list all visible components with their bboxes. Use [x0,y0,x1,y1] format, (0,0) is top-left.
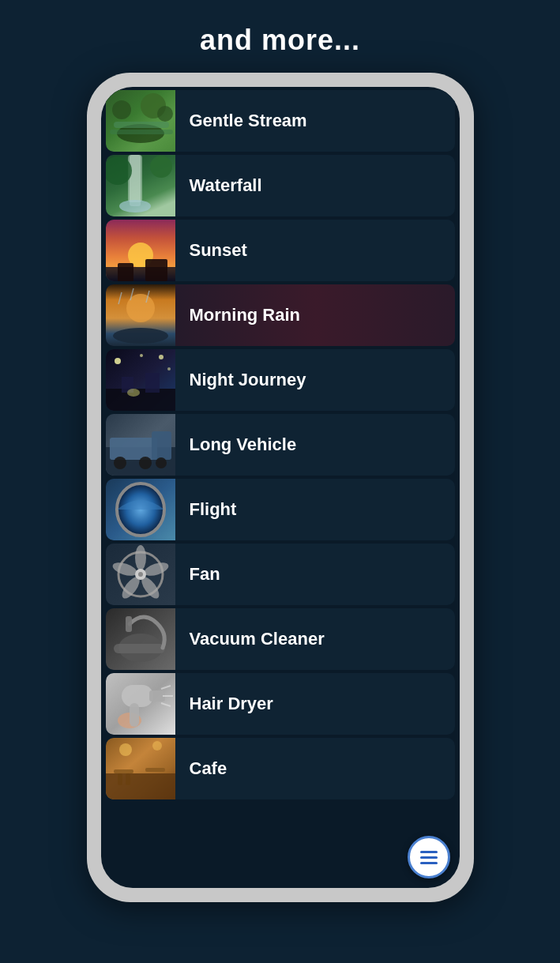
svg-rect-2 [114,122,169,128]
item-label-cafe: Cafe [175,758,455,779]
list-item[interactable]: Waterfall [106,155,455,216]
svg-rect-9 [130,155,141,206]
svg-point-37 [114,457,126,469]
item-thumbnail-night-journey [106,349,175,411]
item-thumbnail-flight [106,479,175,540]
list-item[interactable]: Fan [106,544,455,605]
svg-rect-69 [126,773,130,785]
svg-point-10 [119,200,151,213]
svg-rect-35 [110,438,157,460]
item-thumbnail-waterfall [106,155,175,216]
item-label-night-journey: Night Journey [175,370,455,390]
svg-point-28 [167,367,171,371]
svg-rect-29 [106,389,175,411]
item-thumbnail-gentle-stream [106,90,175,152]
item-label-gentle-stream: Gentle Stream [175,111,455,131]
item-label-vacuum-cleaner: Vacuum Cleaner [175,629,455,649]
svg-point-20 [113,328,168,344]
list-item[interactable]: Long Vehicle [106,414,455,476]
item-label-sunset: Sunset [175,240,455,261]
list-item[interactable]: Vacuum Cleaner [106,608,455,670]
menu-line-1 [420,851,438,853]
list-item[interactable]: Flight [106,479,455,540]
svg-rect-58 [122,685,153,707]
page-title: and more... [200,24,360,57]
item-label-fan: Fan [175,564,455,585]
list-item[interactable]: Sunset [106,220,455,281]
svg-point-25 [115,358,121,364]
fab-menu-button[interactable] [408,836,450,878]
list-item[interactable]: Cafe [106,738,455,799]
svg-point-39 [156,457,167,468]
svg-point-26 [159,355,163,359]
item-label-hair-dryer: Hair Dryer [175,694,455,714]
menu-line-2 [420,856,438,859]
item-label-long-vehicle: Long Vehicle [175,434,455,455]
svg-rect-68 [118,773,122,785]
svg-point-45 [135,545,146,570]
svg-rect-55 [126,616,132,632]
svg-rect-17 [145,259,167,281]
menu-line-3 [420,862,438,864]
item-thumbnail-long-vehicle [106,414,175,476]
svg-rect-36 [152,431,171,460]
svg-rect-31 [145,373,160,393]
svg-point-12 [150,156,172,178]
svg-rect-3 [110,130,173,134]
svg-rect-65 [106,773,175,799]
svg-rect-60 [130,703,139,727]
item-thumbnail-hair-dryer [106,673,175,735]
item-thumbnail-fan [106,544,175,605]
item-label-waterfall: Waterfall [175,175,455,196]
list-item[interactable]: Night Journey [106,349,455,411]
menu-icon [420,851,438,864]
svg-point-4 [112,100,131,119]
svg-rect-54 [114,644,165,653]
svg-rect-67 [145,768,165,772]
svg-point-38 [139,457,152,469]
svg-point-27 [140,354,143,357]
item-label-morning-rain: Morning Rain [175,305,455,325]
list-item[interactable]: Gentle Stream [106,90,455,152]
list-item[interactable]: Morning Rain [106,284,455,346]
svg-point-6 [157,106,173,122]
svg-point-71 [152,741,162,750]
phone-frame: Gentle Stream [87,73,474,902]
phone-screen-inner: Gentle Stream [101,87,460,888]
svg-rect-66 [114,769,133,773]
svg-point-51 [138,572,143,577]
svg-point-32 [127,389,140,397]
sound-list: Gentle Stream [101,87,460,888]
item-thumbnail-vacuum-cleaner [106,608,175,670]
svg-point-70 [119,743,132,756]
list-item[interactable]: Hair Dryer [106,673,455,735]
item-thumbnail-sunset [106,220,175,281]
item-thumbnail-morning-rain [106,284,175,346]
svg-rect-16 [118,263,133,281]
item-label-flight: Flight [175,499,455,520]
phone-screen: Gentle Stream [101,87,460,888]
item-thumbnail-cafe [106,738,175,799]
